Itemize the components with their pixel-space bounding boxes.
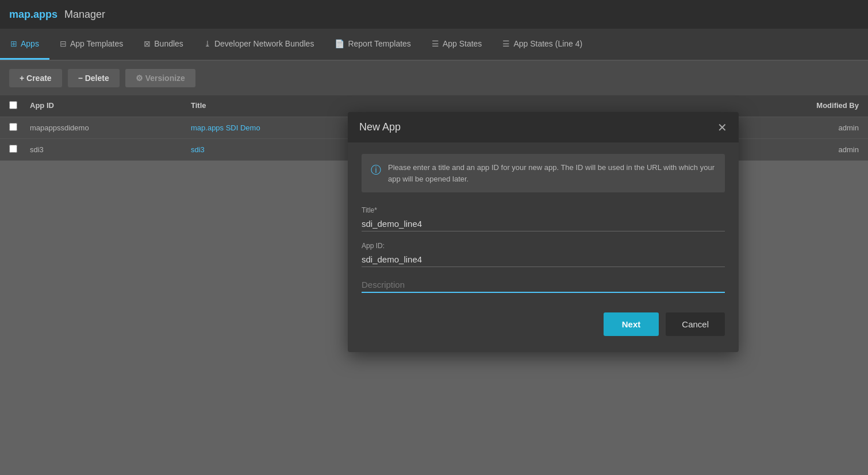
delete-button[interactable]: − Delete xyxy=(68,69,120,87)
tab-bundles-label: Bundles xyxy=(154,39,183,48)
app-templates-icon: ⊟ xyxy=(60,39,67,48)
row-checkbox-0[interactable] xyxy=(9,123,17,131)
tab-dev-network-bundles-label: Developer Network Bundles xyxy=(214,39,314,48)
col-header-title: Title xyxy=(191,101,352,111)
appid-input[interactable] xyxy=(362,252,725,267)
tab-app-states[interactable]: ☰ App States xyxy=(421,29,493,60)
create-button[interactable]: + Create xyxy=(9,69,62,87)
tab-report-templates-label: Report Templates xyxy=(348,39,410,48)
dev-network-icon: ⤓ xyxy=(204,39,211,48)
tab-app-templates[interactable]: ⊟ App Templates xyxy=(49,29,133,60)
tab-dev-network-bundles[interactable]: ⤓ Developer Network Bundles xyxy=(194,29,325,60)
tab-report-templates[interactable]: 📄 Report Templates xyxy=(324,29,421,60)
description-field-group xyxy=(362,277,725,293)
appid-cell-1: sdi3 xyxy=(30,145,191,154)
new-app-modal: New App ✕ ⓘ Please enter a title and an … xyxy=(348,112,739,352)
description-input[interactable] xyxy=(362,277,725,293)
tab-apps[interactable]: ⊞ Apps xyxy=(0,29,49,60)
brand-logo: map.apps xyxy=(9,9,57,21)
appid-cell-0: mapappssdidemo xyxy=(30,123,191,132)
versionize-button[interactable]: ⚙ Versionize xyxy=(125,69,195,87)
bundles-icon: ⊠ xyxy=(144,39,151,48)
title-cell-1: sdi3 xyxy=(191,145,352,154)
tab-app-states-label: App States xyxy=(443,39,482,48)
modal-title: New App xyxy=(359,121,401,133)
tab-app-templates-label: App Templates xyxy=(70,39,123,48)
info-text: Please enter a title and an app ID for y… xyxy=(388,162,716,184)
info-icon: ⓘ xyxy=(371,163,381,178)
tab-app-states-line4[interactable]: ☰ App States (Line 4) xyxy=(492,29,593,60)
report-templates-icon: 📄 xyxy=(335,39,344,48)
col-header-modified: Modified By xyxy=(352,101,859,111)
tab-apps-label: Apps xyxy=(21,39,39,48)
title-label: Title* xyxy=(362,206,725,214)
modal-header: New App ✕ xyxy=(348,112,739,142)
app-states-icon: ☰ xyxy=(432,39,439,48)
col-header-appid: App ID xyxy=(30,101,191,111)
appid-field-group: App ID: xyxy=(362,242,725,267)
info-box: ⓘ Please enter a title and an app ID for… xyxy=(362,154,725,192)
cancel-button[interactable]: Cancel xyxy=(666,312,725,336)
modal-close-button[interactable]: ✕ xyxy=(717,122,727,133)
nav-tabs: ⊞ Apps ⊟ App Templates ⊠ Bundles ⤓ Devel… xyxy=(0,29,868,61)
appid-label: App ID: xyxy=(362,242,725,250)
title-field-group: Title* xyxy=(362,206,725,231)
row-checkbox-1[interactable] xyxy=(9,145,17,153)
apps-icon: ⊞ xyxy=(10,39,17,48)
title-input[interactable] xyxy=(362,217,725,231)
modal-footer: Next Cancel xyxy=(362,303,725,336)
next-button[interactable]: Next xyxy=(604,312,659,336)
header: map.apps Manager xyxy=(0,0,868,29)
tab-bundles[interactable]: ⊠ Bundles xyxy=(133,29,194,60)
app-states-line4-icon: ☰ xyxy=(502,39,510,48)
select-all-checkbox[interactable] xyxy=(9,101,17,109)
app-title: Manager xyxy=(64,9,105,21)
modal-body: ⓘ Please enter a title and an app ID for… xyxy=(348,142,739,352)
tab-app-states-line4-label: App States (Line 4) xyxy=(513,39,582,48)
toolbar: + Create − Delete ⚙ Versionize xyxy=(0,61,868,95)
title-cell-0: map.apps SDI Demo xyxy=(191,123,352,132)
